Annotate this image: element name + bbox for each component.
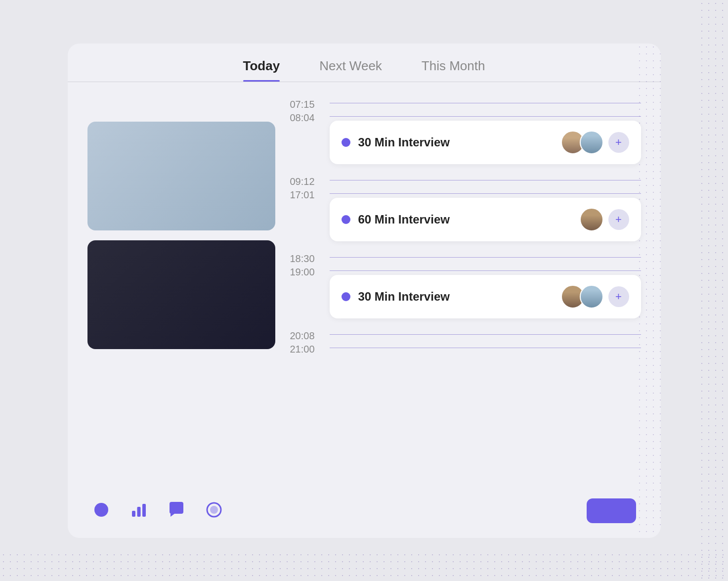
event-title-3: 30 Min Interview	[358, 290, 450, 304]
video-panel-female	[87, 240, 275, 349]
time-row-1900: 19:00 30 Min Interview	[290, 265, 641, 328]
svg-point-0	[94, 503, 108, 517]
time-label-1830: 18:30	[290, 251, 330, 265]
tab-next-week[interactable]: Next Week	[319, 58, 382, 82]
time-line-1830	[330, 251, 641, 258]
time-label-2100: 21:00	[290, 342, 330, 355]
time-label-2008: 20:08	[290, 328, 330, 342]
time-line-area-0804: 30 Min Interview +	[330, 110, 641, 174]
svg-rect-1	[132, 511, 135, 517]
event-card-2[interactable]: 60 Min Interview +	[330, 198, 641, 241]
svg-rect-2	[137, 507, 140, 517]
chart-icon[interactable]	[130, 501, 148, 521]
avatar-stack-2	[580, 208, 603, 231]
time-line-area-1701: 60 Min Interview +	[330, 187, 641, 251]
time-line-0912	[330, 174, 641, 180]
svg-rect-3	[142, 504, 146, 517]
time-line-area-1900: 30 Min Interview +	[330, 265, 641, 328]
svg-point-5	[210, 506, 218, 514]
add-participant-btn-2[interactable]: +	[608, 209, 629, 230]
time-line-0715	[330, 97, 641, 103]
time-line-2100	[330, 342, 641, 348]
event-title-2: 60 Min Interview	[358, 213, 450, 226]
tab-navigation: Today Next Week This Month	[68, 44, 661, 82]
main-card: Today Next Week This Month 07:15	[68, 44, 661, 538]
event-card-1[interactable]: 30 Min Interview +	[330, 121, 641, 164]
record-icon[interactable]	[205, 501, 223, 521]
event-left-1: 30 Min Interview	[342, 135, 450, 149]
chat-icon[interactable]	[168, 501, 185, 521]
time-label-0715: 07:15	[290, 97, 330, 110]
time-row-0715: 07:15	[290, 97, 641, 110]
time-line-2008	[330, 328, 641, 335]
schedule-area: 07:15 08:04 30 Min Interview	[290, 92, 641, 479]
time-label-1701: 17:01	[290, 187, 330, 201]
tab-this-month[interactable]: This Month	[422, 58, 485, 82]
event-dot-2	[342, 215, 350, 224]
event-dot-3	[342, 292, 350, 301]
avatar-stack-3	[561, 285, 603, 309]
time-row-2008: 20:08	[290, 328, 641, 342]
avatar-1b	[580, 131, 603, 154]
event-right-3: +	[561, 285, 629, 309]
video-panels	[87, 122, 275, 479]
time-row-0804: 08:04 30 Min Interview	[290, 110, 641, 174]
bottom-nav	[68, 489, 661, 538]
time-row-0912: 09:12	[290, 174, 641, 187]
event-left-3: 30 Min Interview	[342, 290, 450, 304]
content-area: 07:15 08:04 30 Min Interview	[68, 82, 661, 489]
time-label-1900: 19:00	[290, 265, 330, 278]
video-female-person	[87, 240, 275, 349]
event-left-2: 60 Min Interview	[342, 213, 450, 226]
event-right-1: +	[561, 131, 629, 154]
time-label-0804: 08:04	[290, 110, 330, 124]
time-row-1701: 17:01 60 Min Interview +	[290, 187, 641, 251]
avatar-stack-1	[561, 131, 603, 154]
time-row-2100: 21:00	[290, 342, 641, 355]
nav-icons	[92, 501, 223, 521]
time-label-0912: 09:12	[290, 174, 330, 187]
add-participant-btn-1[interactable]: +	[608, 132, 629, 153]
video-panel-male	[87, 122, 275, 230]
avatar-2a	[580, 208, 603, 231]
tab-today[interactable]: Today	[243, 58, 280, 82]
action-button[interactable]	[587, 498, 636, 523]
add-participant-btn-3[interactable]: +	[608, 286, 629, 307]
video-male-person	[87, 122, 275, 230]
home-icon[interactable]	[92, 501, 110, 521]
avatar-3b	[580, 285, 603, 309]
event-title-1: 30 Min Interview	[358, 135, 450, 149]
time-row-1830: 18:30	[290, 251, 641, 265]
event-dot-1	[342, 138, 350, 147]
event-right-2: +	[580, 208, 629, 231]
event-card-3[interactable]: 30 Min Interview +	[330, 275, 641, 318]
